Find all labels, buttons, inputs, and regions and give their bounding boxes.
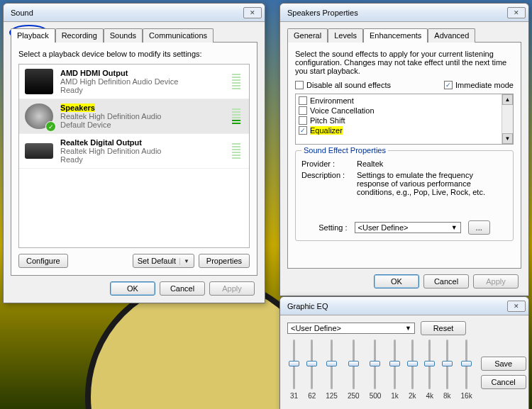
effect-equalizer[interactable]: ✓ Equalizer xyxy=(296,125,513,135)
band-label: 4k xyxy=(426,392,433,400)
description-value: Settings to emulate the frequency respon… xyxy=(357,171,507,196)
save-button[interactable]: Save xyxy=(481,357,526,371)
close-icon[interactable]: ✕ xyxy=(507,7,526,18)
level-meter-icon xyxy=(232,108,240,124)
effect-label: Voice Cancellation xyxy=(310,106,375,115)
device-name: Speakers xyxy=(60,103,225,112)
ok-button[interactable]: OK xyxy=(374,274,419,288)
eq-preset-select[interactable]: <User Define> ▼ xyxy=(287,323,415,334)
slider-thumb[interactable] xyxy=(289,361,299,366)
effect-environment[interactable]: Environment xyxy=(296,96,513,106)
scroll-up-icon[interactable]: ▲ xyxy=(502,94,513,105)
close-icon[interactable]: ✕ xyxy=(243,7,262,18)
set-default-label: Set Default xyxy=(138,257,176,265)
band-label: 500 xyxy=(370,392,382,400)
slider-thumb[interactable] xyxy=(407,361,418,366)
chevron-down-icon: ▼ xyxy=(184,258,189,264)
slider-thumb[interactable] xyxy=(442,361,453,366)
device-realtek-digital[interactable]: Realtek Digital Output Realtek High Defi… xyxy=(19,134,249,169)
tab-recording[interactable]: Recording xyxy=(55,28,104,43)
disable-all-label: Disable all sound effects xyxy=(306,81,391,89)
eq-band-125[interactable]: 125 xyxy=(326,340,338,400)
setting-select[interactable]: <User Define> ▼ xyxy=(355,222,461,233)
setting-value: <User Define> xyxy=(358,223,409,232)
cancel-button[interactable]: Cancel xyxy=(160,281,205,296)
sound-tabs: Playback Recording Sounds Communications xyxy=(11,28,257,42)
band-label: 62 xyxy=(308,392,316,400)
eq-band-31[interactable]: 31 xyxy=(290,340,298,400)
tab-general[interactable]: General xyxy=(287,28,328,43)
reset-button[interactable]: Reset xyxy=(421,321,466,335)
graphic-eq-dialog: Graphic EQ ✕ <User Define> ▼ Reset 31 62… xyxy=(279,296,529,409)
close-icon[interactable]: ✕ xyxy=(507,301,526,312)
tab-playback[interactable]: Playback xyxy=(11,28,55,43)
checkbox-icon xyxy=(299,96,307,105)
eq-band-500[interactable]: 500 xyxy=(370,340,382,400)
speakers-tabs: General Levels Enhancements Advanced xyxy=(287,28,521,42)
ok-button[interactable]: OK xyxy=(110,281,155,296)
device-amd-hdmi[interactable]: AMD HDMI Output AMD High Definition Audi… xyxy=(19,65,249,99)
effect-label: Pitch Shift xyxy=(310,116,345,125)
properties-button[interactable]: Properties xyxy=(199,254,250,268)
description-label: Description : xyxy=(301,171,357,196)
slider-thumb[interactable] xyxy=(306,361,317,366)
band-label: 125 xyxy=(326,392,338,400)
scrollbar[interactable]: ▲ ▼ xyxy=(501,94,513,144)
cancel-button[interactable]: Cancel xyxy=(481,375,526,389)
effects-list[interactable]: Environment Voice Cancellation Pitch Shi… xyxy=(295,94,514,145)
band-label: 8k xyxy=(443,392,451,400)
checkmark-icon: ✓ xyxy=(45,121,56,132)
tab-communications[interactable]: Communications xyxy=(143,28,214,43)
set-default-button[interactable]: Set Default | ▼ xyxy=(133,254,194,268)
cancel-button[interactable]: Cancel xyxy=(423,274,469,288)
scroll-down-icon[interactable]: ▼ xyxy=(502,133,513,144)
eq-band-250[interactable]: 250 xyxy=(348,340,360,400)
slider-thumb[interactable] xyxy=(389,361,400,366)
enhancements-description: Select the sound effects to apply for yo… xyxy=(295,50,514,75)
slider-thumb[interactable] xyxy=(424,361,435,366)
instruction-text: Select a playback device below to modify… xyxy=(18,50,250,58)
setting-label: Setting : xyxy=(318,223,347,232)
sound-dialog-title: Sound xyxy=(11,9,243,17)
device-list[interactable]: AMD HDMI Output AMD High Definition Audi… xyxy=(18,64,250,248)
more-button[interactable]: ... xyxy=(468,220,490,235)
checkbox-icon xyxy=(299,116,307,125)
tab-sounds[interactable]: Sounds xyxy=(104,28,143,43)
slider-thumb[interactable] xyxy=(461,361,472,366)
eq-band-16k[interactable]: 16k xyxy=(461,340,472,400)
band-label: 1k xyxy=(391,392,399,400)
eq-preset-value: <User Define> xyxy=(291,324,341,332)
provider-value: Realtek xyxy=(357,159,383,168)
tab-levels[interactable]: Levels xyxy=(328,28,363,43)
slider-thumb[interactable] xyxy=(370,361,380,366)
immediate-mode-checkbox[interactable]: ✓ Immediate mode xyxy=(444,81,514,89)
tab-advanced[interactable]: Advanced xyxy=(428,28,475,43)
effect-label: Equalizer xyxy=(310,126,343,135)
sound-dialog-titlebar[interactable]: Sound ✕ xyxy=(4,4,265,22)
eq-band-62[interactable]: 62 xyxy=(308,340,316,400)
playback-panel: Select a playback device below to modify… xyxy=(11,42,257,276)
apply-button[interactable]: Apply xyxy=(473,274,519,288)
slider-thumb[interactable] xyxy=(326,361,337,366)
eq-titlebar[interactable]: Graphic EQ ✕ xyxy=(280,297,528,315)
slider-thumb[interactable] xyxy=(348,361,359,366)
device-sub: Realtek High Definition Audio xyxy=(60,112,225,121)
eq-band-1k[interactable]: 1k xyxy=(391,340,399,400)
band-label: 31 xyxy=(290,392,298,400)
effect-pitch-shift[interactable]: Pitch Shift xyxy=(296,116,513,125)
tab-enhancements[interactable]: Enhancements xyxy=(363,28,428,43)
checkbox-icon: ✓ xyxy=(299,126,307,135)
eq-band-4k[interactable]: 4k xyxy=(426,340,433,400)
effect-voice-cancellation[interactable]: Voice Cancellation xyxy=(296,106,513,116)
provider-label: Provider : xyxy=(301,159,357,168)
speakers-titlebar[interactable]: Speakers Properties ✕ xyxy=(280,4,528,22)
eq-band-2k[interactable]: 2k xyxy=(409,340,416,400)
device-sub: Realtek High Definition Audio xyxy=(60,147,225,155)
level-meter-icon xyxy=(232,143,240,159)
configure-button[interactable]: Configure xyxy=(18,254,68,268)
device-speakers[interactable]: ✓ Speakers Realtek High Definition Audio… xyxy=(19,99,249,134)
sound-dialog: Sound ✕ Playback Recording Sounds Commun… xyxy=(3,3,265,303)
apply-button[interactable]: Apply xyxy=(209,281,255,296)
eq-band-8k[interactable]: 8k xyxy=(443,340,451,400)
disable-all-checkbox[interactable]: Disable all sound effects xyxy=(295,81,391,89)
